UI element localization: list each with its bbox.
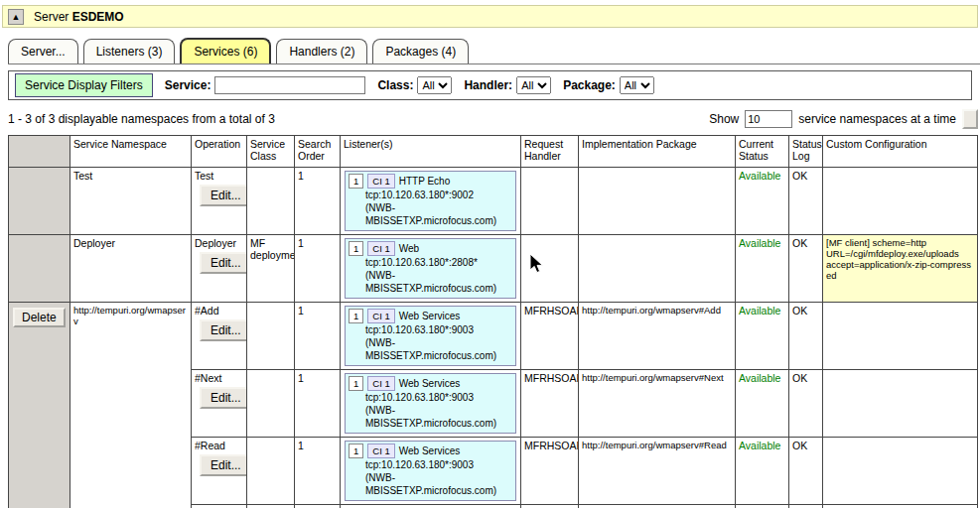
header-implementation-package: Implementation Package: [579, 136, 736, 168]
search-order-cell: 1: [295, 235, 341, 303]
current-status-cell: Available: [736, 235, 789, 303]
show-count-input[interactable]: [745, 110, 792, 128]
server-banner: ▲ Server ESDEMO: [2, 5, 978, 28]
listener-host: (NWB-MBISSETXP.microfocus.com): [349, 471, 512, 497]
status-log-cell: OK: [789, 370, 823, 438]
search-order-cell: 1: [295, 505, 341, 508]
listener-cell: 1 CI 1 Web Services tcp:10.120.63.180*:9…: [341, 505, 521, 508]
header-actions: [9, 136, 70, 168]
operation-name: Test: [195, 170, 243, 182]
custom-configuration-cell: [823, 370, 978, 438]
server-name: ESDEMO: [72, 10, 124, 24]
handler-filter-label: Handler:: [464, 78, 512, 92]
services-table: Service Namespace Operation Service Clas…: [8, 135, 978, 508]
pagination-row: 1 - 3 of 3 displayable namespaces from a…: [8, 109, 978, 129]
namespace-cell: Deployer: [70, 235, 192, 303]
status-log-cell: OK: [789, 438, 823, 505]
current-status-cell: Available: [736, 168, 789, 235]
show-label: Show: [709, 112, 739, 126]
listener-cell: 1 CI 1 Web Services tcp:10.120.63.180*:9…: [341, 370, 521, 438]
search-order-cell: 1: [295, 303, 341, 370]
listener-host: (NWB-MBISSETXP.microfocus.com): [349, 269, 512, 295]
listener-entry: 1 CI 1 Web Services tcp:10.120.63.180*:9…: [345, 441, 516, 501]
filter-title: Service Display Filters: [15, 73, 153, 97]
request-handler-cell: [521, 235, 579, 303]
current-status-cell: Available: [736, 438, 789, 505]
class-filter-label: Class:: [377, 78, 413, 92]
service-class-cell: [247, 505, 295, 508]
delete-button[interactable]: Delete: [13, 308, 66, 327]
request-handler-cell: MFRHSOAP: [521, 438, 579, 505]
page-nav-button[interactable]: [962, 109, 978, 129]
custom-configuration-cell: [823, 438, 978, 505]
operation-cell: #Delete Edit...: [192, 505, 247, 508]
listener-entry: 1 CI 1 Web Services tcp:10.120.63.180*:9…: [345, 306, 516, 366]
edit-button[interactable]: Edit...: [200, 319, 247, 341]
table-row: Deployer Deployer Edit... MF deployment …: [9, 235, 978, 303]
tab-handlers[interactable]: Handlers (2): [276, 39, 367, 64]
listener-cell: 1 CI 1 Web Services tcp:10.120.63.180*:9…: [341, 438, 521, 505]
tab-listeners[interactable]: Listeners (3): [83, 39, 176, 64]
table-header-row: Service Namespace Operation Service Clas…: [9, 136, 978, 168]
row-actions-cell: [9, 235, 70, 303]
status-log-cell: OK: [789, 303, 823, 370]
edit-button[interactable]: Edit...: [200, 387, 247, 409]
listener-address: tcp:10.120.63.180*:9003: [349, 458, 512, 471]
service-filter-label: Service:: [165, 78, 211, 92]
custom-configuration-cell: [823, 168, 978, 235]
tab-packages[interactable]: Packages (4): [372, 39, 469, 64]
search-order-cell: 1: [295, 370, 341, 438]
listener-ci-badge: CI 1: [367, 241, 394, 256]
namespace-cell: http://tempuri.org/wmapserv: [70, 303, 192, 508]
row-actions-cell: Delete: [9, 303, 70, 508]
service-class-cell: [247, 303, 295, 370]
edit-button[interactable]: Edit...: [200, 252, 247, 274]
listener-address: tcp:10.120.63.180*:9003: [349, 391, 512, 404]
operation-cell: Deployer Edit...: [192, 235, 247, 303]
operation-name: #Add: [195, 305, 243, 317]
implementation-package-cell: [579, 235, 736, 303]
edit-button[interactable]: Edit...: [200, 454, 247, 476]
service-class-cell: [247, 438, 295, 505]
custom-configuration-cell: [823, 303, 978, 370]
header-request-handler: Request Handler: [521, 136, 579, 168]
class-filter-select[interactable]: All: [417, 76, 452, 94]
listener-cell: 1 CI 1 Web tcp:10.120.63.180*:2808* (NWB…: [341, 235, 521, 303]
listener-host: (NWB-MBISSETXP.microfocus.com): [349, 336, 512, 362]
listener-number-badge: 1: [349, 241, 363, 256]
header-status-log: Status Log: [789, 136, 823, 168]
edit-button[interactable]: Edit...: [200, 185, 247, 206]
request-handler-cell: MFRHSOAP: [521, 505, 579, 508]
header-listeners: Listener(s): [341, 136, 521, 168]
implementation-package-cell: [579, 168, 736, 235]
service-filter-input[interactable]: [214, 76, 365, 94]
tab-services[interactable]: Services (6): [180, 38, 271, 64]
listener-name: Web: [399, 242, 419, 255]
implementation-package-cell: http://tempuri.org/wmapserv#Add: [579, 303, 736, 370]
header-service-namespace: Service Namespace: [70, 136, 192, 168]
collapse-triangle-icon[interactable]: ▲: [8, 9, 24, 25]
header-current-status: Current Status: [736, 136, 789, 168]
server-label: Server: [34, 10, 69, 24]
listener-ci-badge: CI 1: [367, 444, 394, 458]
current-status-cell: Available: [736, 303, 789, 370]
listener-entry: 1 CI 1 Web tcp:10.120.63.180*:2808* (NWB…: [345, 238, 516, 299]
tab-server[interactable]: Server...: [8, 39, 78, 64]
listener-cell: 1 CI 1 Web Services tcp:10.120.63.180*:9…: [341, 303, 521, 370]
package-filter-label: Package:: [563, 78, 616, 92]
implementation-package-cell: http://tempuri.org/wmapserv#Next: [579, 370, 736, 438]
listener-number-badge: 1: [349, 444, 363, 458]
listener-entry: 1 CI 1 HTTP Echo tcp:10.120.63.180*:9002…: [345, 171, 516, 231]
listener-name: Web Services: [399, 444, 461, 457]
implementation-package-cell: http://tempuri.org/wmapserv#Read: [579, 438, 736, 505]
handler-filter-select[interactable]: All: [516, 76, 551, 94]
header-custom-configuration: Custom Configuration: [823, 136, 978, 168]
request-handler-cell: MFRHSOAP: [521, 303, 579, 370]
listener-number-badge: 1: [349, 309, 363, 323]
listener-name: HTTP Echo: [399, 175, 451, 188]
listener-address: tcp:10.120.63.180*:9003: [349, 323, 512, 336]
header-search-order: Search Order: [295, 136, 341, 168]
custom-config-text: [MF client] scheme=http URL=/cgi/mfdeplo…: [826, 237, 974, 281]
current-status-cell: Available: [736, 370, 789, 438]
package-filter-select[interactable]: All: [620, 76, 654, 94]
